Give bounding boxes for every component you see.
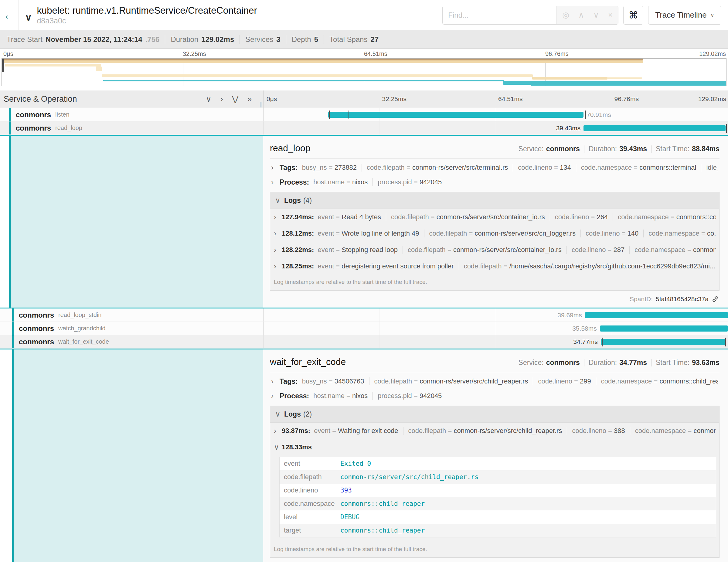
chevron-right-icon: ›: [271, 163, 276, 172]
span-detail-read-loop: read_loop Service:conmonrs Duration:39.4…: [0, 135, 728, 308]
span-track[interactable]: 35.58ms: [264, 322, 728, 335]
span-id-row: SpanID: 4a947cfd1ce59537: [270, 558, 719, 562]
span-duration-label: 39.43ms: [556, 124, 581, 132]
minimap-span-bar: [531, 83, 726, 86]
log-entry-expanded[interactable]: ∨ 128.33ms: [270, 439, 719, 455]
trace-id: d8a3a0c: [37, 16, 257, 25]
span-row-read-loop[interactable]: conmonrs read_loop 39.43ms: [0, 121, 728, 135]
operation-name: wait_for_exit_code: [58, 338, 109, 345]
column-resize-handle[interactable]: ∥: [259, 101, 262, 108]
operation-name: listen: [55, 111, 70, 118]
span-color-accent: [9, 121, 11, 135]
trace-view-label: Trace Timeline: [655, 10, 707, 20]
log-marker-tick: [349, 111, 349, 119]
log-entry[interactable]: › 93.87ms: event = Waiting for exit code…: [270, 423, 719, 439]
minimap-span-bar: [607, 77, 642, 79]
find-group: ◎ ∧ ∨ ×: [442, 6, 618, 25]
top-bar: ← ∨ kubelet: runtime.v1.RuntimeService/C…: [0, 0, 728, 30]
span-duration-label: 35.58ms: [572, 325, 597, 332]
table-row: code.filepath conmon-rs/server/src/child…: [280, 470, 716, 484]
minimap-span-bar: [2, 60, 643, 63]
process-row[interactable]: › Process: host.name = nixosprocess.pid …: [270, 175, 719, 189]
minimap-ticks: 0μs 32.25ms 64.51ms 96.76ms 129.02ms: [2, 50, 726, 58]
span-bar[interactable]: [601, 339, 726, 345]
service-name: conmonrs: [19, 311, 54, 319]
span-row-listen[interactable]: conmonrs listen 70.91ms: [0, 108, 728, 121]
copy-link-icon[interactable]: [712, 295, 719, 303]
expand-one-icon[interactable]: ›: [220, 95, 223, 104]
back-button[interactable]: ←: [0, 0, 19, 30]
minimap-canvas[interactable]: [2, 58, 726, 86]
span-bar[interactable]: [585, 312, 728, 318]
span-bar[interactable]: [328, 112, 584, 118]
chevron-right-icon: ›: [274, 262, 279, 271]
span-bar[interactable]: [600, 325, 728, 332]
minimap-span-bar: [96, 66, 102, 71]
chevron-down-icon[interactable]: ∨: [25, 12, 32, 23]
logs-header[interactable]: ∨ Logs (4): [270, 192, 719, 209]
minimap-span-bar: [103, 80, 504, 81]
service-name: conmonrs: [16, 124, 51, 132]
chevron-down-icon: ∨: [710, 12, 714, 19]
tags-row[interactable]: › Tags: busy_ns = 273882code.filepath = …: [270, 160, 719, 175]
service-name: conmonrs: [16, 111, 51, 119]
table-row: code.namespace conmonrs::child_reaper: [280, 497, 716, 510]
service-operation-title: Service & Operation: [4, 94, 77, 104]
timeline-header-row: Service & Operation ∨ › ⋁ » ∥ 0μs 32.25m…: [0, 90, 728, 108]
span-bar[interactable]: [583, 125, 726, 131]
collapse-all-icon[interactable]: ⋁: [232, 95, 239, 104]
span-track[interactable]: 39.69ms: [264, 308, 728, 322]
find-input[interactable]: [443, 6, 556, 24]
span-color-accent: [12, 322, 14, 335]
minimap-span-bar: [532, 77, 607, 80]
logs-box: ∨ Logs (2) › 93.87ms: event = Waiting fo…: [270, 406, 719, 558]
trace-minimap: 0μs 32.25ms 64.51ms 96.76ms 129.02ms: [0, 49, 728, 86]
span-track[interactable]: 34.77ms: [264, 335, 728, 348]
span-detail-wait-for-exit-code: wait_for_exit_code Service:conmonrs Dura…: [0, 349, 728, 562]
span-color-accent: [12, 308, 14, 322]
span-row-read-loop-stdin[interactable]: conmonrs read_loop_stdin 39.69ms: [0, 308, 728, 322]
clear-search-icon[interactable]: ×: [608, 10, 613, 20]
service-operation-header: Service & Operation ∨ › ⋁ » ∥: [0, 90, 264, 108]
log-fields-table: event Exited 0 code.filepath conmon-rs/s…: [279, 457, 716, 537]
expand-all-icon[interactable]: »: [247, 95, 252, 104]
span-track[interactable]: 70.91ms: [264, 108, 728, 121]
span-track[interactable]: 39.43ms: [264, 121, 728, 135]
log-entry[interactable]: › 127.94ms: event = Read 4 bytescode.fil…: [270, 209, 719, 225]
span-duration-label: 70.91ms: [587, 111, 611, 118]
span-id-value: 5faf48165428c37a: [656, 295, 709, 303]
collapse-one-icon[interactable]: ∨: [206, 95, 211, 104]
span-row-watch-grandchild[interactable]: conmonrs watch_grandchild 35.58ms: [0, 322, 728, 335]
logs-header[interactable]: ∨ Logs (2): [270, 406, 719, 423]
chevron-right-icon: ›: [274, 229, 279, 238]
trace-timeline-page: ← ∨ kubelet: runtime.v1.RuntimeService/C…: [0, 0, 728, 562]
log-entry[interactable]: › 128.12ms: event = Wrote log line of le…: [270, 225, 719, 242]
table-row: event Exited 0: [280, 457, 716, 470]
detail-indent-column: [14, 349, 263, 562]
match-case-icon[interactable]: ◎: [562, 10, 569, 20]
log-marker-tick: [602, 338, 603, 346]
trace-summary-bar: Trace StartNovember 15 2022, 11:24:14.75…: [0, 30, 728, 49]
trace-view-selector[interactable]: Trace Timeline ∨: [648, 6, 721, 25]
find-controls: ◎ ∧ ∨ ×: [556, 6, 618, 24]
service-name: conmonrs: [19, 324, 54, 333]
keyboard-shortcuts-button[interactable]: ⌘: [623, 6, 643, 25]
log-entry[interactable]: › 128.25ms: event = deregistering event …: [270, 258, 719, 274]
minimap-span-bar: [5, 64, 101, 66]
log-entry[interactable]: › 128.22ms: event = Stopping read loopco…: [270, 242, 719, 258]
next-match-icon[interactable]: ∨: [593, 10, 599, 20]
span-duration-label: 34.77ms: [573, 338, 598, 346]
tags-row[interactable]: › Tags: busy_ns = 34506763code.filepath …: [270, 374, 719, 389]
table-row: code.lineno 393: [280, 484, 716, 497]
process-row[interactable]: › Process: host.name = nixosprocess.pid …: [270, 389, 719, 403]
detail-span-meta: Service:conmonrs Duration:34.77ms Start …: [519, 359, 719, 367]
prev-match-icon[interactable]: ∧: [578, 10, 584, 20]
log-marker-tick: [329, 111, 330, 119]
logs-footnote: Log timestamps are relative to the start…: [270, 274, 719, 290]
operation-name: watch_grandchild: [58, 325, 106, 332]
detail-gutter: [0, 136, 9, 308]
topbar-actions: ◎ ∧ ∨ × ⌘ Trace Timeline ∨: [442, 6, 728, 25]
span-row-wait-for-exit-code[interactable]: conmonrs wait_for_exit_code 34.77ms: [0, 335, 728, 349]
log-marker-tick: [726, 124, 727, 133]
detail-span-meta: Service:conmonrs Duration:39.43ms Start …: [519, 145, 719, 153]
